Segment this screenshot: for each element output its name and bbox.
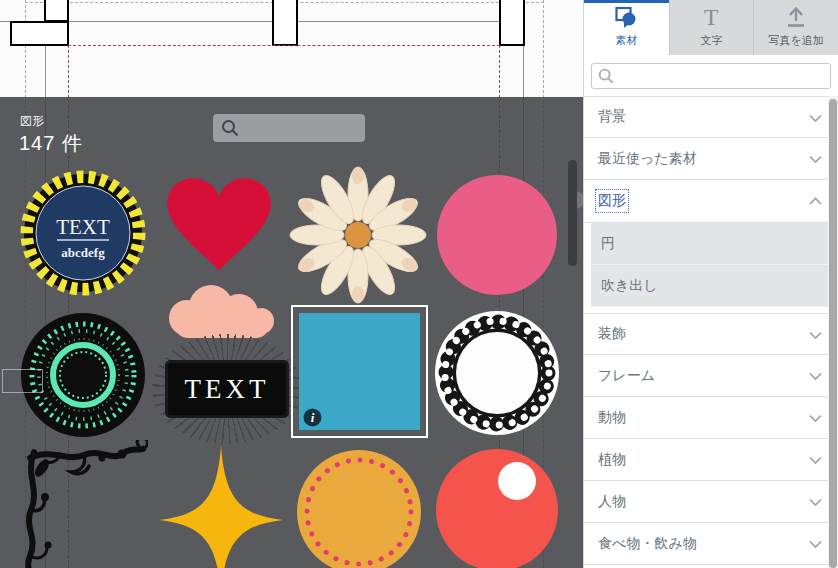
chevron-down-icon <box>809 540 822 549</box>
sidebar-scrollbar-thumb[interactable] <box>829 99 837 568</box>
flower-center <box>345 222 371 248</box>
category-list: 背景 最近使った素材 図形 円 吹き出し 装飾 <box>584 96 838 565</box>
canvas-ghost-rect <box>2 369 43 393</box>
svg-text:T: T <box>704 5 719 29</box>
chevron-down-icon <box>809 114 822 123</box>
search-icon <box>220 118 240 138</box>
shape-tile-pink-circle[interactable] <box>436 174 558 296</box>
sidebar-item-plants[interactable]: 植物 <box>584 439 838 481</box>
shape-tile-red-circle[interactable] <box>434 447 561 568</box>
sidebar-item-speech-bubble[interactable]: 吹き出し <box>591 265 838 307</box>
badge-subtext: abcdefg <box>61 245 105 260</box>
overlay-scrollbar-thumb[interactable] <box>568 160 577 266</box>
guide-line <box>0 21 523 22</box>
guide-line <box>68 45 500 46</box>
tab-bar: 素材 T 文字 写真を追加 <box>584 0 838 55</box>
svg-text:i: i <box>311 410 315 425</box>
shape-tile-text-banner[interactable]: TEXT <box>152 334 302 444</box>
shapes-picker-panel: 図形 147 件 TEXT abcdefg <box>0 97 583 568</box>
sidebar-search-area <box>584 55 838 96</box>
sidebar: 素材 T 文字 写真を追加 <box>583 0 838 568</box>
canvas-shape-rect[interactable] <box>499 0 525 46</box>
shape-tile-badge[interactable]: TEXT abcdefg <box>18 168 148 298</box>
tab-add-photo[interactable]: 写真を追加 <box>753 0 838 55</box>
search-icon <box>597 67 615 85</box>
sidebar-item-background[interactable]: 背景 <box>584 96 838 138</box>
design-app: 図形 147 件 TEXT abcdefg <box>0 0 838 568</box>
shape-tile-heart[interactable] <box>160 168 278 278</box>
chevron-down-icon <box>809 372 822 381</box>
chevron-down-icon <box>809 498 822 507</box>
tab-label: 文字 <box>700 33 722 48</box>
info-icon[interactable]: i <box>303 408 322 427</box>
chevron-down-icon <box>809 155 822 164</box>
sidebar-item-decoration[interactable]: 装飾 <box>584 313 838 355</box>
pink-circle <box>437 175 557 295</box>
shape-tile-corner-flourish[interactable] <box>18 440 148 568</box>
chevron-down-icon <box>809 331 822 340</box>
sidebar-item-people[interactable]: 人物 <box>584 481 838 523</box>
badge-text: TEXT <box>56 215 110 239</box>
sparkle-shape <box>159 446 283 568</box>
overlay-result-count: 147 件 <box>19 130 83 157</box>
chevron-up-icon <box>809 197 822 206</box>
cloud-shape <box>169 285 274 338</box>
sidebar-item-frame[interactable]: フレーム <box>584 355 838 397</box>
red-circle <box>436 449 558 568</box>
sidebar-search-input[interactable] <box>591 63 831 89</box>
shapes-subcategories: 円 吹き出し <box>584 222 838 307</box>
sidebar-item-circle[interactable]: 円 <box>591 223 838 265</box>
overlay-search-input[interactable] <box>213 114 365 142</box>
tab-text[interactable]: T 文字 <box>669 0 754 55</box>
upload-icon <box>784 5 808 29</box>
sidebar-scrollbar[interactable] <box>828 96 838 568</box>
banner-rect: TEXT <box>165 360 289 418</box>
shape-tile-lace-doily[interactable] <box>432 308 562 438</box>
shape-tile-flower[interactable] <box>288 165 428 305</box>
sidebar-item-food-drink[interactable]: 食べ物・飲み物 <box>584 523 838 565</box>
text-icon: T <box>699 5 723 29</box>
chevron-down-icon <box>809 456 822 465</box>
tab-materials[interactable]: 素材 <box>584 0 669 55</box>
orange-circle <box>297 450 421 568</box>
red-circle-highlight <box>498 462 536 500</box>
shape-tile-teal-square-selected[interactable]: i <box>291 305 428 438</box>
materials-icon <box>614 5 638 29</box>
chevron-down-icon <box>809 414 822 423</box>
sidebar-item-recent[interactable]: 最近使った素材 <box>584 138 838 180</box>
shape-tile-sparkle[interactable] <box>158 445 284 568</box>
tab-label: 素材 <box>615 33 637 48</box>
overlay-category-label: 図形 <box>20 113 44 130</box>
sidebar-item-animals[interactable]: 動物 <box>584 397 838 439</box>
canvas-shape-rect[interactable] <box>272 0 298 46</box>
sidebar-item-shapes[interactable]: 図形 <box>584 180 838 222</box>
shape-tile-orange-dotted-circle[interactable] <box>296 449 422 568</box>
tab-label: 写真を追加 <box>769 33 824 48</box>
banner-text: TEXT <box>185 374 270 405</box>
canvas-shape-rect[interactable] <box>44 0 69 22</box>
heart-shape <box>167 178 270 270</box>
canvas-shape-rect[interactable] <box>10 21 69 46</box>
